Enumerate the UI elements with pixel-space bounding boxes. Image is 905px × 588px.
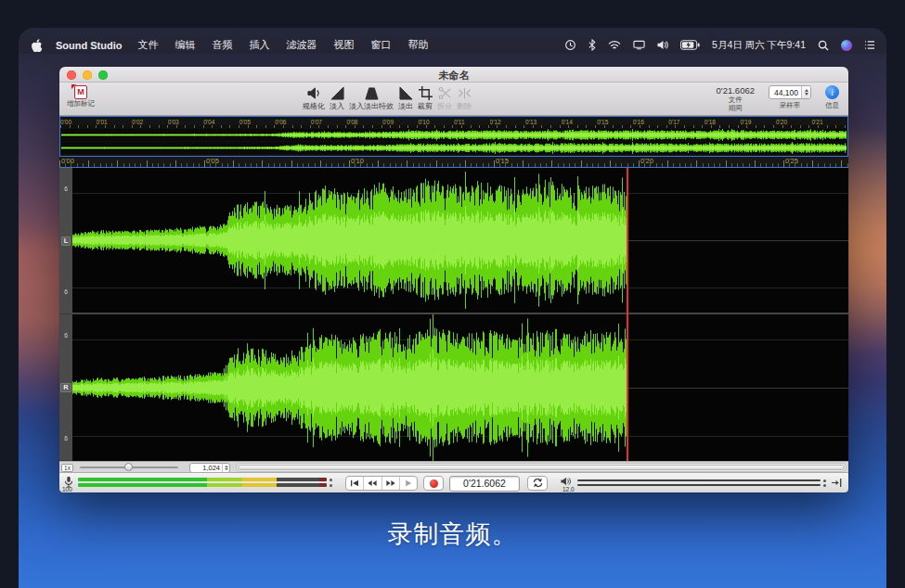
- loop-button[interactable]: [527, 476, 548, 491]
- ruler-label: 0'20: [776, 118, 812, 125]
- input-level-meter-right: [78, 483, 327, 487]
- notification-list-icon[interactable]: [864, 40, 875, 50]
- ruler-label: 0'10: [418, 118, 454, 125]
- menu-item[interactable]: 插入: [240, 38, 278, 52]
- overview-ruler-ticks: [60, 125, 847, 128]
- spotlight-icon[interactable]: [818, 40, 829, 51]
- info-control: i 信息: [825, 85, 839, 109]
- ruler-label: 0'13: [525, 118, 562, 125]
- channel-label: R: [60, 383, 71, 392]
- tool-label: 裁剪: [418, 101, 433, 111]
- rewind-button[interactable]: [363, 477, 381, 490]
- file-duration-label-1: 文件: [729, 96, 743, 104]
- add-marker-label: 增加标记: [67, 99, 95, 108]
- marker-icon: M: [74, 85, 87, 99]
- scale-label: 6: [64, 436, 68, 442]
- overview-waveform-right[interactable]: [61, 142, 847, 154]
- menu-item[interactable]: 窗口: [362, 38, 399, 52]
- window-titlebar[interactable]: 未命名: [59, 67, 848, 83]
- window-size-stepper[interactable]: [222, 464, 229, 472]
- menu-item[interactable]: 编辑: [166, 38, 203, 52]
- sample-rate-control: 44,100 采样率: [769, 85, 811, 109]
- tool-normalize-button[interactable]: 规格化: [303, 85, 325, 111]
- zoom-scroll-row: 1x 1,024: [59, 461, 848, 472]
- apple-menu-icon[interactable]: [32, 39, 43, 52]
- tool-fade-in-out-button[interactable]: 淡入淡出特效: [349, 85, 394, 111]
- menubar-status: 5月4日 周六 下午9:41: [564, 39, 886, 52]
- volume-icon[interactable]: [657, 40, 668, 50]
- waveform-left-channel[interactable]: [72, 168, 848, 313]
- output-level-meter-right: [577, 484, 821, 486]
- tool-delete-button: 删除: [457, 85, 472, 111]
- display-icon[interactable]: [633, 40, 645, 50]
- sample-rate-stepper[interactable]: [801, 86, 810, 98]
- tool-fade-in-button[interactable]: 淡入: [330, 85, 344, 111]
- ruler-label: 0'14: [562, 118, 598, 125]
- transport-buttons: [345, 476, 418, 491]
- horizontal-scrollbar-thumb[interactable]: [238, 465, 845, 470]
- menu-item[interactable]: 视图: [325, 38, 362, 52]
- split-icon: [438, 85, 452, 100]
- meter-peak-led-right: [330, 484, 332, 487]
- menu-item[interactable]: 文件: [129, 38, 166, 52]
- horizontal-scrollbar[interactable]: [236, 463, 847, 472]
- file-duration-label-2: 期间: [729, 104, 743, 112]
- tool-fade-out-button[interactable]: 淡出: [398, 85, 413, 111]
- overview-panel[interactable]: 0'000'010'020'030'040'050'060'070'080'09…: [59, 116, 848, 157]
- record-icon: [430, 479, 438, 488]
- ruler-label: 0'15: [597, 118, 633, 125]
- toolbar-right: 0'21.6062 文件 期间 44,100 采样率 i 信息: [717, 85, 839, 112]
- input-gain-value: 100: [62, 486, 72, 492]
- overview-waveform-left[interactable]: [61, 129, 847, 141]
- normalize-icon: [307, 85, 321, 100]
- ruler-label: 0'07: [311, 118, 347, 125]
- add-marker-button[interactable]: M 增加标记: [67, 85, 95, 108]
- sample-rate-field[interactable]: 44,100: [769, 85, 811, 99]
- vertical-scale-badge[interactable]: 1x: [61, 464, 73, 472]
- waveform-area: 6L66R6: [59, 168, 848, 461]
- fast-forward-button[interactable]: [381, 477, 399, 490]
- tool-label: 拆分: [437, 101, 452, 111]
- go-to-start-button[interactable]: [346, 477, 363, 490]
- menubar-left: Sound Studio 文件编辑音频插入滤波器视图窗口帮助: [19, 38, 436, 52]
- time-display: 0'21.6062: [449, 476, 520, 492]
- scale-label: 6: [64, 289, 68, 296]
- file-duration-display: 0'21.6062 文件 期间: [717, 85, 755, 112]
- menubar-clock[interactable]: 5月4日 周六 下午9:41: [712, 39, 806, 52]
- ruler-label: 0'19: [740, 118, 776, 125]
- toolbar: M 增加标记 规格化淡入淡入淡出特效淡出裁剪拆分删除 0'21.6062 文件 …: [59, 83, 848, 116]
- output-level-meter-left: [577, 479, 821, 481]
- channel-label: L: [61, 236, 71, 246]
- bluetooth-icon[interactable]: [588, 39, 596, 51]
- ruler-label: 0'20: [640, 157, 653, 165]
- zoom-slider-thumb[interactable]: [124, 463, 133, 471]
- record-button[interactable]: [423, 476, 444, 491]
- line-out-icon[interactable]: [832, 478, 842, 488]
- window-size-popup[interactable]: 1,024: [189, 463, 230, 473]
- gutter-channel-L: 6L6: [59, 168, 72, 314]
- play-button[interactable]: [399, 477, 417, 490]
- menubar-menus: 文件编辑音频插入滤波器视图窗口帮助: [129, 38, 436, 52]
- siri-icon[interactable]: [841, 40, 852, 51]
- info-icon[interactable]: i: [825, 85, 839, 99]
- ruler-label: 0'25: [785, 157, 798, 165]
- tool-crop-button[interactable]: 裁剪: [418, 85, 433, 111]
- loop-icon: [532, 477, 544, 491]
- wifi-icon[interactable]: [608, 41, 621, 50]
- sound-studio-window: 未命名 M 增加标记 规格化淡入淡入淡出特效淡出裁剪拆分删除 0'21.6062…: [59, 67, 848, 492]
- menu-item[interactable]: 帮助: [399, 38, 436, 52]
- menu-item[interactable]: 滤波器: [278, 38, 325, 52]
- window-title: 未命名: [59, 69, 848, 83]
- timeline-ruler[interactable]: 0'000'050'100'150'200'25: [59, 157, 848, 168]
- battery-icon[interactable]: [680, 40, 700, 50]
- speaker-icon[interactable]: [561, 477, 571, 486]
- ruler-label: 0'05: [206, 157, 219, 165]
- ruler-label: 0'12: [490, 118, 526, 125]
- menu-item[interactable]: 音频: [203, 38, 240, 52]
- ruler-label: 0'00: [60, 118, 97, 125]
- page-background: Sound Studio 文件编辑音频插入滤波器视图窗口帮助: [0, 0, 905, 588]
- waveform-right-channel[interactable]: [72, 314, 848, 461]
- ruler-label: 0'17: [668, 118, 705, 125]
- time-machine-icon[interactable]: [564, 39, 576, 51]
- ruler-label: 0'03: [168, 118, 204, 125]
